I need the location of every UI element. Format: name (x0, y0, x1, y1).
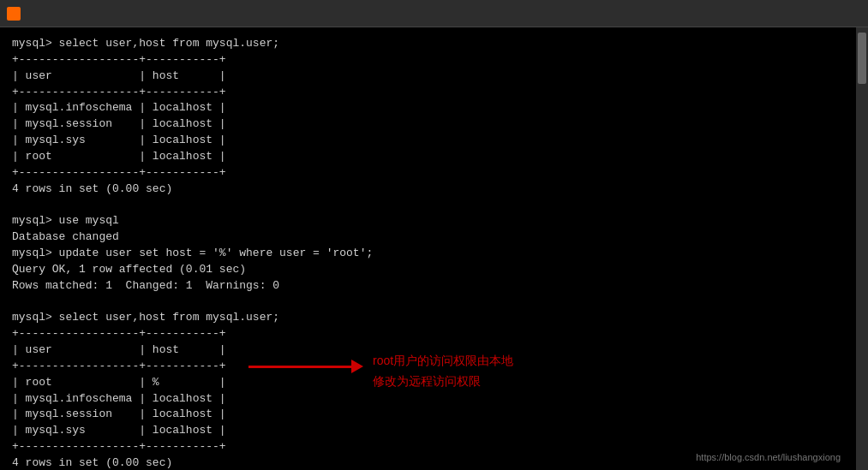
annotation-container: root用户的访问权限由本地修改为远程访问权限 (248, 360, 363, 373)
arrow-head (351, 360, 363, 373)
arrow-line (248, 366, 351, 368)
title-bar (0, 0, 868, 27)
terminal-wrapper: mysql> select user,host from mysql.user;… (0, 27, 868, 470)
scrollbar[interactable] (856, 27, 868, 470)
terminal-output[interactable]: mysql> select user,host from mysql.user;… (0, 27, 856, 470)
annotation-text: root用户的访问权限由本地修改为远程访问权限 (373, 351, 513, 392)
maximize-button[interactable] (810, 5, 834, 22)
app-icon (7, 7, 21, 21)
minimize-button[interactable] (782, 5, 806, 22)
close-button[interactable] (837, 5, 861, 22)
watermark: https://blog.csdn.net/liushangxiong (696, 451, 841, 465)
scroll-thumb[interactable] (858, 33, 866, 84)
window-controls (782, 5, 861, 22)
